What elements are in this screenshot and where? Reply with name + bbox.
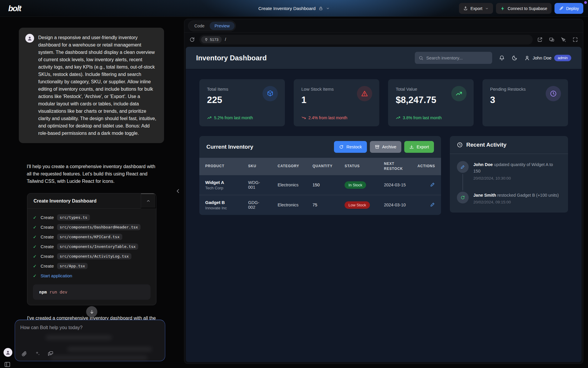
edit-pencil-icon[interactable] [430,202,435,207]
topbar: bolt Create Inventory Dashboard Export C… [0,0,588,17]
restock-button[interactable]: Restock [334,141,367,153]
inventory-title: Current Inventory [206,144,253,150]
redacted-blur [67,347,152,351]
sku-cell: GDG-002 [242,195,272,215]
rocket-icon [559,6,563,11]
artifact-step-start[interactable]: ✓ Start application [33,271,151,281]
artifact-step: ✓ Create src/components/DashboardHeader.… [33,222,151,232]
quantity-cell[interactable]: 150 [307,175,339,195]
product-supplier: Innovate Inc [205,206,236,210]
responsive-devices-icon[interactable] [549,37,554,42]
bell-icon[interactable] [499,55,505,61]
dashboard-body: Total Items 225 5.2% from last month Low… [186,69,582,215]
port-chip[interactable]: 5173 [201,36,222,43]
port-number: 5173 [210,37,218,42]
inspect-cursor-icon[interactable] [561,37,566,42]
reload-icon[interactable] [189,37,195,42]
activity-actor: John Doe [473,162,493,167]
activity-actor: Jane Smith [473,193,496,198]
step-action: Create [41,234,54,239]
activity-timestamp: 20/02/2024, 09:15:00 [473,200,559,204]
check-icon: ✓ [33,215,37,220]
dashboard-header: Inventory Dashboard [186,47,582,69]
product-name: Widget A [205,180,236,185]
project-title-menu[interactable]: Create Inventory Dashboard [258,0,330,17]
collapse-chat-handle[interactable] [175,188,181,194]
upload-icon [463,6,468,11]
chat-bubbles-icon[interactable] [48,351,54,357]
table-header-row: PRODUCT SKU CATEGORY QUANTITY STATUS NEX… [199,158,441,175]
check-icon: ✓ [33,225,37,230]
redacted-blur [50,356,147,360]
connect-supabase-button[interactable]: Connect to Supabase [496,3,552,14]
edit-pencil-icon[interactable] [430,182,435,187]
url-path: / [225,37,226,42]
tab-preview[interactable]: Preview [210,22,235,30]
connect-supabase-label: Connect to Supabase [508,6,547,11]
activity-text: restocked Gadget B (+100 units) [497,193,559,198]
user-avatar [25,34,34,43]
activity-title: Recent Activity [466,142,507,148]
url-input[interactable]: 5173 / [199,35,533,44]
pencil-icon [457,161,469,173]
category-cell: Electronics [272,195,307,215]
check-icon: ✓ [33,273,37,279]
user-menu[interactable]: John Doe admin [524,55,571,61]
assistant-intro-text: I'll help you create a comprehensive inv… [27,163,160,185]
open-external-icon[interactable] [537,37,543,42]
check-icon: ✓ [33,234,37,240]
export-data-button[interactable]: Export [404,141,434,153]
check-icon: ✓ [33,254,37,259]
chevron-down-icon [326,6,330,10]
sidebar-toggle-icon[interactable] [4,361,11,368]
kpi-card-pending-restocks: Pending Restocks 3 [482,79,568,126]
quantity-cell[interactable]: 75 [307,195,339,215]
user-message-text: Design a responsive and user-friendly in… [38,34,158,137]
command-args: run dev [49,290,67,294]
check-icon: ✓ [33,244,37,249]
workbench-panel: Code Preview 5173 / [184,19,583,364]
product-supplier: Tech Corp [205,186,236,190]
step-action: Create [41,215,54,220]
search-icon [419,56,423,60]
kpi-trend: 2.4% from last month [301,115,347,120]
clock-icon [546,86,561,101]
status-badge: In Stock [345,181,366,189]
terminal-command: npm run dev [33,284,151,300]
download-icon [409,145,414,149]
col-next-restock: NEXT RESTOCK [378,158,412,175]
profile-avatar[interactable] [4,348,12,357]
clock-icon [457,142,463,148]
inventory-search[interactable] [415,52,492,64]
tab-code[interactable]: Code [189,22,210,30]
kpi-trend-text: 5.2% from last month [214,115,253,120]
current-inventory-card: Current Inventory Restock [199,136,441,215]
preview-actions [537,37,578,42]
file-chip: src/components/InventoryTable.tsx [57,243,138,250]
preview-frame: Inventory Dashboard [186,47,582,362]
chat-input[interactable] [20,325,160,342]
chat-input-box[interactable] [15,320,165,361]
table-row: Widget A Tech Corp WDG-001 Electronics 1… [199,175,441,195]
collapse-panel-button[interactable] [141,193,156,208]
notification-dot [584,1,587,4]
fullscreen-icon[interactable] [572,37,578,42]
archive-button[interactable]: Archive [370,141,401,153]
project-title: Create Inventory Dashboard [258,6,316,11]
chevron-up-icon [146,199,151,203]
scroll-to-bottom-button[interactable] [86,306,97,317]
search-input[interactable] [426,55,488,60]
kpi-trend-text: 3.8% from last month [403,115,442,120]
export-label: Export [470,6,482,11]
user-name: John Doe [533,55,552,60]
product-name: Gadget B [205,200,236,205]
dark-mode-toggle-moon-icon[interactable] [512,55,517,61]
category-cell: Electronics [272,175,307,195]
paperclip-icon[interactable] [21,351,27,357]
export-button[interactable]: Export [459,3,493,14]
sparkles-icon[interactable] [34,351,40,357]
sku-cell: WDG-001 [242,175,272,195]
deploy-button[interactable]: Deploy [554,3,583,14]
file-chip: src/types.ts [57,214,90,221]
refresh-icon [339,145,344,149]
